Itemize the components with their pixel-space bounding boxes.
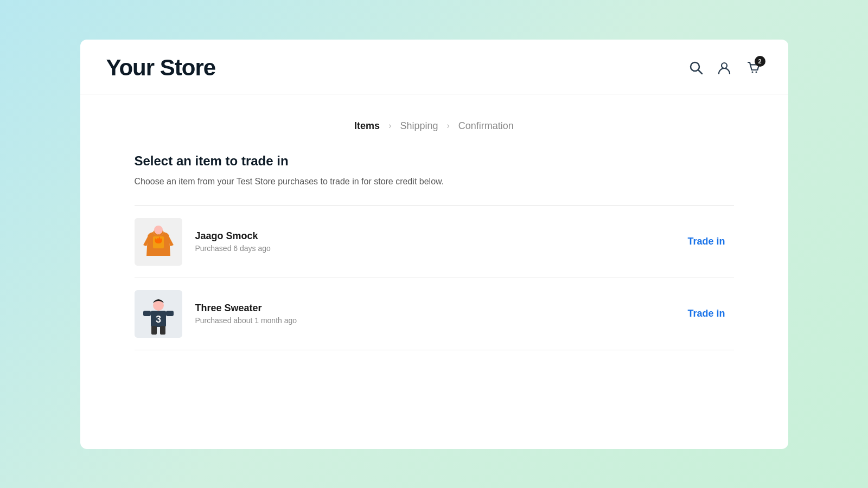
stepper: Items › Shipping › Confirmation xyxy=(135,120,734,132)
cart-button[interactable]: 2 xyxy=(745,59,762,76)
step-items: Items xyxy=(354,120,380,132)
svg-point-2 xyxy=(722,63,727,68)
store-title: Your Store xyxy=(106,55,216,81)
cart-badge: 2 xyxy=(755,56,765,67)
header: Your Store xyxy=(80,40,788,94)
item-thumbnail-jaago xyxy=(135,218,182,266)
list-item: 3 Three Sweater Purchased about 1 month … xyxy=(135,278,734,350)
search-button[interactable] xyxy=(688,60,704,75)
app-window: Your Store xyxy=(80,40,788,449)
item-name-sweater: Three Sweater xyxy=(195,303,679,314)
svg-line-1 xyxy=(698,70,702,74)
svg-rect-13 xyxy=(151,326,157,335)
svg-point-3 xyxy=(751,71,753,73)
item-info-sweater: Three Sweater Purchased about 1 month ag… xyxy=(195,303,679,325)
item-date-jaago: Purchased 6 days ago xyxy=(195,244,679,253)
item-name-jaago: Jaago Smock xyxy=(195,230,679,242)
three-sweater-image: 3 xyxy=(135,290,182,338)
chevron-1-icon: › xyxy=(388,121,391,131)
svg-rect-14 xyxy=(160,326,165,335)
user-icon xyxy=(717,60,732,75)
list-item: Jaago Smock Purchased 6 days ago Trade i… xyxy=(135,206,734,278)
svg-rect-11 xyxy=(166,311,174,316)
search-icon xyxy=(688,60,704,75)
svg-point-7 xyxy=(154,226,163,234)
trade-in-button-sweater[interactable]: Trade in xyxy=(679,304,733,324)
item-date-sweater: Purchased about 1 month ago xyxy=(195,316,679,325)
page-heading: Select an item to trade in xyxy=(135,153,734,169)
chevron-2-icon: › xyxy=(447,121,450,131)
page-subheading: Choose an item from your Test Store purc… xyxy=(135,175,734,188)
item-list: Jaago Smock Purchased 6 days ago Trade i… xyxy=(135,206,734,350)
user-button[interactable] xyxy=(717,60,732,75)
item-thumbnail-sweater: 3 xyxy=(135,290,182,338)
svg-rect-10 xyxy=(143,311,151,316)
main-content: Items › Shipping › Confirmation Select a… xyxy=(80,94,788,449)
trade-in-button-jaago[interactable]: Trade in xyxy=(679,232,733,252)
step-shipping: Shipping xyxy=(400,120,438,132)
svg-point-0 xyxy=(691,62,699,71)
item-info-jaago: Jaago Smock Purchased 6 days ago xyxy=(195,230,679,253)
step-confirmation: Confirmation xyxy=(458,120,514,132)
jaago-smock-image xyxy=(135,218,182,266)
svg-point-4 xyxy=(755,71,757,73)
svg-text:3: 3 xyxy=(155,314,161,325)
header-icons: 2 xyxy=(688,59,762,76)
